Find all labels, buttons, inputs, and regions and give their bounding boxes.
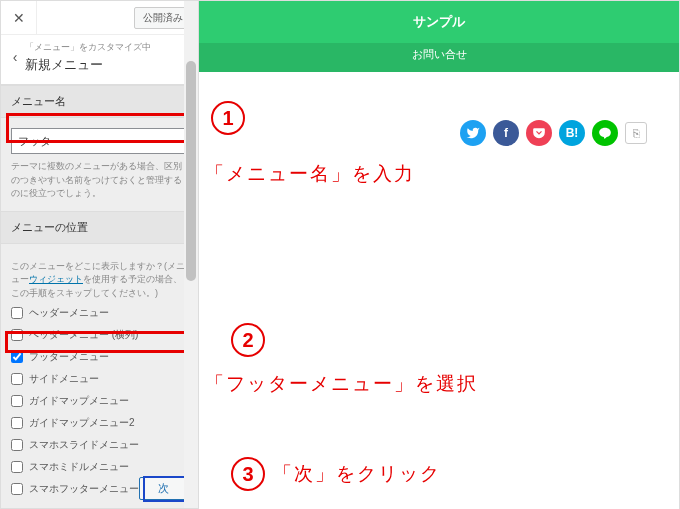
preview-title: サンプル: [199, 1, 679, 43]
location-checkbox-2[interactable]: [11, 351, 23, 363]
location-label: フッターメニュー: [29, 350, 109, 364]
scrollbar-thumb[interactable]: [186, 61, 196, 281]
location-checkbox-6[interactable]: [11, 439, 23, 451]
customizer-sidebar: ✕ 公開済み ‹ 「メニュー」をカスタマイズ中 新規メニュー メニュー名 テーマ…: [1, 1, 199, 508]
menu-name-help: テーマに複数のメニューがある場合、区別のつきやすい名前をつけておくと管理するのに…: [11, 160, 188, 201]
location-item-1[interactable]: ヘッダーメニュー (横列): [11, 324, 188, 346]
annotation-number-3: 3: [231, 457, 265, 491]
location-checkbox-1[interactable]: [11, 329, 23, 341]
back-icon[interactable]: ‹: [5, 41, 25, 65]
location-checkbox-4[interactable]: [11, 395, 23, 407]
location-checkbox-0[interactable]: [11, 307, 23, 319]
preview-body: f B! ⎘: [199, 72, 679, 509]
location-label: スマホミドルメニュー: [29, 460, 129, 474]
menu-location-help: このメニューをどこに表示しますか？(メニューウィジェットを使用する予定の場合、こ…: [11, 260, 188, 301]
location-item-6[interactable]: スマホスライドメニュー: [11, 434, 188, 456]
location-checkbox-7[interactable]: [11, 461, 23, 473]
location-label: ヘッダーメニュー: [29, 306, 109, 320]
section-menu-location-label: メニューの位置: [1, 211, 198, 244]
location-checkbox-8[interactable]: [11, 483, 23, 495]
location-label: サイドメニュー: [29, 372, 99, 386]
annotation-number-2: 2: [231, 323, 265, 357]
annotation-1: 1: [211, 101, 245, 135]
annotation-2-text: 「フッターメニュー」を選択: [205, 371, 478, 397]
breadcrumb-context: 「メニュー」をカスタマイズ中: [25, 41, 190, 54]
location-label: ガイドマップメニュー: [29, 394, 129, 408]
preview-header: サンプル お問い合せ: [199, 1, 679, 72]
location-checkbox-5[interactable]: [11, 417, 23, 429]
location-item-5[interactable]: ガイドマップメニュー2: [11, 412, 188, 434]
twitter-icon[interactable]: [460, 120, 486, 146]
screen: ✕ 公開済み ‹ 「メニュー」をカスタマイズ中 新規メニュー メニュー名 テーマ…: [0, 0, 680, 509]
sidebar-header: ✕ 公開済み ‹ 「メニュー」をカスタマイズ中 新規メニュー: [1, 1, 198, 85]
close-icon[interactable]: ✕: [1, 1, 37, 34]
location-item-3[interactable]: サイドメニュー: [11, 368, 188, 390]
location-item-7[interactable]: スマホミドルメニュー: [11, 456, 188, 478]
copy-icon[interactable]: ⎘: [625, 122, 647, 144]
location-label: スマホスライドメニュー: [29, 438, 139, 452]
location-item-0[interactable]: ヘッダーメニュー: [11, 302, 188, 324]
location-label: ガイドマップメニュー2: [29, 416, 135, 430]
menu-name-input[interactable]: [11, 128, 188, 154]
section-menu-name-label: メニュー名: [1, 85, 198, 118]
annotation-number-1: 1: [211, 101, 245, 135]
location-label: ヘッダーメニュー (横列): [29, 328, 138, 342]
pocket-icon[interactable]: [526, 120, 552, 146]
line-icon[interactable]: [592, 120, 618, 146]
hatena-icon[interactable]: B!: [559, 120, 585, 146]
location-item-4[interactable]: ガイドマップメニュー: [11, 390, 188, 412]
location-label: スマホフッターメニュー: [29, 482, 139, 496]
location-checkbox-3[interactable]: [11, 373, 23, 385]
annotation-1-text: 「メニュー名」を入力: [205, 161, 415, 187]
next-button[interactable]: 次: [139, 477, 188, 500]
social-buttons: f B! ⎘: [460, 120, 647, 146]
location-item-2[interactable]: フッターメニュー: [11, 346, 188, 368]
annotation-3: 3 「次」をクリック: [231, 457, 441, 491]
preview-subtitle[interactable]: お問い合せ: [199, 43, 679, 72]
facebook-icon[interactable]: f: [493, 120, 519, 146]
page-title: 新規メニュー: [25, 56, 190, 74]
annotation-2: 2: [231, 323, 265, 357]
preview-pane: サンプル お問い合せ f B! ⎘ 1 「メニュー名」を入力 2 「フッターメニ…: [199, 1, 679, 508]
breadcrumb: 「メニュー」をカスタマイズ中 新規メニュー: [25, 41, 190, 74]
widget-link[interactable]: ウィジェット: [29, 274, 83, 284]
sidebar-scrollbar[interactable]: [184, 1, 198, 508]
